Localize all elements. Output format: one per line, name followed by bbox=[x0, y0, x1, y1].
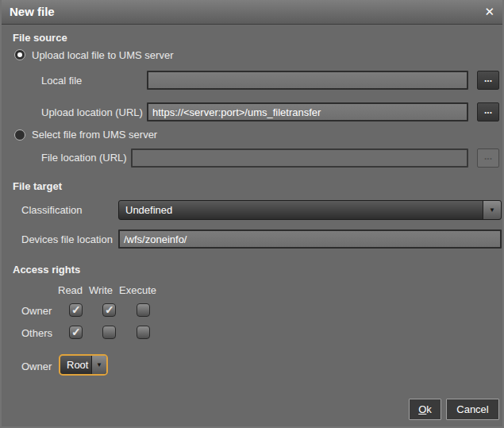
checkbox-others-execute[interactable]: ✓ bbox=[137, 326, 150, 339]
owner-value: Root bbox=[67, 356, 88, 374]
column-header-read: Read bbox=[58, 284, 83, 296]
check-icon: ✓ bbox=[71, 303, 81, 316]
owner-dropdown[interactable]: Root ▼ bbox=[59, 354, 108, 376]
column-header-execute: Execute bbox=[119, 284, 156, 296]
classification-label: Classification bbox=[21, 204, 83, 216]
file-target-section-label: File target bbox=[13, 180, 62, 192]
check-icon: ✓ bbox=[105, 303, 114, 316]
devices-file-location-label: Devices file location bbox=[21, 233, 113, 245]
check-icon: ✓ bbox=[71, 326, 81, 338]
dialog-title: New file bbox=[10, 0, 55, 24]
upload-location-browse-button[interactable]: ... bbox=[477, 102, 499, 121]
upload-local-radio[interactable] bbox=[14, 49, 25, 60]
checkbox-others-write[interactable]: ✓ bbox=[102, 326, 116, 339]
file-location-label: File location (URL) bbox=[41, 152, 127, 164]
owner-select-label: Owner bbox=[21, 361, 52, 372]
file-location-browse-button: ... bbox=[477, 148, 499, 168]
file-source-section-label: File source bbox=[13, 32, 67, 44]
checkbox-others-read[interactable]: ✓ bbox=[69, 326, 83, 339]
classification-value: Undefined bbox=[125, 201, 172, 219]
checkbox-owner-write[interactable]: ✓ bbox=[102, 303, 116, 317]
owner-row-label: Owner bbox=[21, 305, 52, 317]
local-file-input[interactable] bbox=[147, 71, 468, 90]
devices-file-location-input[interactable] bbox=[118, 229, 502, 249]
checkbox-owner-read[interactable]: ✓ bbox=[69, 303, 83, 317]
select-from-server-radio-label[interactable]: Select file from UMS server bbox=[32, 129, 157, 141]
cancel-button[interactable]: Cancel bbox=[446, 399, 499, 420]
local-file-label: Local file bbox=[41, 75, 82, 87]
chevron-down-icon[interactable]: ▼ bbox=[91, 356, 106, 374]
ok-button[interactable]: Ok bbox=[409, 399, 441, 420]
new-file-dialog: New file ✕ File source Upload local file… bbox=[0, 0, 504, 428]
ok-button-label-rest: k bbox=[426, 403, 432, 415]
chevron-down-icon[interactable]: ▼ bbox=[483, 201, 501, 219]
access-rights-section-label: Access rights bbox=[13, 264, 80, 276]
upload-local-radio-label[interactable]: Upload local file to UMS server bbox=[32, 49, 173, 61]
select-from-server-radio[interactable] bbox=[14, 129, 25, 141]
ok-button-mnemonic: O bbox=[418, 403, 426, 415]
checkbox-owner-execute[interactable]: ✓ bbox=[137, 303, 150, 317]
close-icon[interactable]: ✕ bbox=[484, 0, 494, 24]
local-file-browse-button[interactable]: ... bbox=[477, 71, 499, 90]
classification-dropdown[interactable]: Undefined ▼ bbox=[118, 200, 502, 220]
column-header-write: Write bbox=[89, 284, 113, 296]
titlebar: New file ✕ bbox=[2, 0, 502, 25]
others-row-label: Others bbox=[21, 327, 52, 339]
upload-location-input[interactable] bbox=[147, 102, 468, 121]
file-location-input bbox=[131, 148, 468, 168]
upload-location-label: Upload location (URL) bbox=[41, 106, 143, 118]
